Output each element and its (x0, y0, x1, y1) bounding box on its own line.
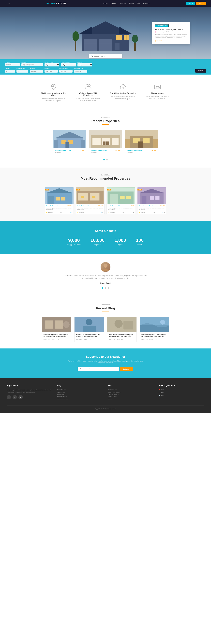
signup-button[interactable]: Sign Up (196, 2, 206, 5)
footer-sell-link-3[interactable]: Guides & Rules (108, 396, 154, 398)
blog-image-0 (42, 317, 71, 332)
rec-image-1: Sale (76, 187, 104, 204)
max-price-filter: Max Price (44, 68, 58, 72)
hero-section: VIEW DETAILS ▶ 3015 GRAND AVENUE, COCOWA… (0, 6, 211, 59)
dot-2[interactable] (106, 159, 108, 160)
property-card-1[interactable]: Sale North Parkmore Street $20,000 (89, 130, 122, 155)
property-type-0: Apartment (55, 152, 84, 153)
testimonial-dot-1[interactable] (102, 287, 103, 288)
nav-home[interactable]: Home (103, 2, 108, 4)
svg-point-83 (104, 264, 108, 268)
rec-desc-3: Far far away, behind the word mountains,… (139, 207, 165, 210)
svg-point-24 (132, 35, 138, 43)
newsletter-email-input[interactable] (78, 367, 119, 371)
property-type-select[interactable]: Type House Apartment Villa (44, 63, 59, 66)
nav-blog[interactable]: Blog (137, 2, 140, 4)
twitter-icon[interactable]: t (7, 2, 7, 4)
svg-rect-51 (103, 142, 106, 145)
property-status-select[interactable]: Type For Sale For Rent (61, 63, 76, 66)
nav-about[interactable]: About (129, 2, 134, 4)
rec-image-3: Sale (138, 187, 166, 204)
max-price-input[interactable] (44, 70, 58, 72)
footer-buy-link-2[interactable]: New Listing (57, 394, 103, 395)
testimonial-dot-2[interactable] (105, 287, 106, 288)
footer-sell-link-0[interactable]: Get Your Home (108, 389, 154, 390)
min-price-label: Min Price (30, 68, 43, 69)
svg-rect-65 (61, 197, 66, 200)
brand-logo[interactable]: ROYALESTATE (46, 2, 66, 5)
rec-price-1: $20,000 (98, 205, 103, 207)
rec-info-0: North Parkmore Street $20,000 Far far aw… (45, 204, 74, 214)
min-area-input[interactable] (59, 70, 72, 72)
nav-agents[interactable]: Agents (120, 2, 126, 4)
facebook-icon[interactable]: f (5, 2, 6, 4)
property-title-1: North Parkmore Street (91, 150, 107, 152)
footer-sell-link-2[interactable]: Local Home Prices (108, 394, 154, 395)
testimonial-dot-3[interactable] (108, 287, 109, 288)
footer-sell-link-4[interactable]: Others (108, 398, 154, 400)
svg-point-28 (88, 84, 90, 86)
property-title-2: North Parkmore Street (127, 150, 142, 152)
rec-card-0[interactable]: Sale North Parkmore Street $20,000 Far f… (45, 187, 74, 214)
max-area-input[interactable] (74, 70, 87, 72)
view-details-button[interactable]: VIEW DETAILS ▶ (155, 24, 169, 28)
blog-author-1: Admin (84, 339, 87, 340)
copyright-text: Copyright ©2021 All rights reserved | (95, 408, 116, 410)
footer-instagram-icon[interactable]: in (18, 395, 23, 400)
brand-part1: ROYAL (46, 2, 56, 5)
svg-rect-63 (48, 196, 54, 204)
agents-select[interactable]: Any (78, 63, 92, 66)
footer-sell-link-1[interactable]: Get A Home Valuation (108, 391, 154, 393)
blog-info-3: Even the all-powerful Pointing has no co… (140, 332, 169, 342)
blog-card-0[interactable]: Even the all-powerful Pointing has no co… (42, 317, 72, 342)
min-baths-input[interactable] (16, 70, 28, 72)
footer-buy-link-1[interactable]: Open Houses (57, 391, 103, 393)
footer-twitter-icon[interactable]: t (6, 395, 11, 400)
recent-section-header: Recent Posts Recent Properties (5, 117, 206, 125)
recommended-section: Special Offers Most Recommended Properti… (0, 168, 211, 221)
rec-card-2[interactable]: Sale North Parkmore Street $800 Far far … (106, 187, 135, 214)
rec-card-3[interactable]: Sale North Parkmore Street $20,000 Far f… (137, 187, 166, 214)
subscribe-button[interactable]: Subscribe (120, 367, 133, 371)
feature-desc-2: A small river named Duden flows by their… (110, 96, 136, 100)
nav-property[interactable]: Property (110, 2, 117, 4)
keyword-input[interactable] (5, 63, 20, 66)
footer-buy-link-0[interactable]: Home For Sale (57, 389, 103, 390)
rec-badge-1: Sale (76, 189, 80, 190)
location-input[interactable] (22, 63, 43, 66)
phone-contact-icon: 📞 (159, 392, 160, 393)
rec-desc-0: Far far away, behind the word mountains,… (46, 207, 72, 210)
nav-contact[interactable]: Contact (143, 2, 150, 4)
property-card-0[interactable]: Sale North Parkmore Street $2,000 (53, 130, 86, 155)
blog-card-3[interactable]: Even the all-powerful Pointing has no co… (140, 317, 169, 342)
blog-info-0: Even the all-powerful Pointing has no co… (42, 332, 71, 342)
footer-facebook-icon[interactable]: f (12, 395, 17, 400)
search-input[interactable] (94, 55, 120, 57)
blog-comments-2: 💬 3 (121, 339, 124, 340)
property-price-2: $20,000 (151, 150, 156, 152)
testimonial-pagination (5, 287, 206, 289)
svg-rect-58 (125, 139, 130, 148)
property-card-2[interactable]: Sale North Parkmore Street $20,000 Apart… (125, 130, 158, 155)
rec-card-1[interactable]: Sale North Parkmore Street $20,000 Far f… (76, 187, 104, 214)
footer-buy-link-3[interactable]: Recently Reduce (57, 396, 103, 398)
login-button[interactable]: Sign In (186, 2, 195, 5)
feature-title-1: We Have Agents With Experience (75, 92, 102, 96)
dot-1[interactable] (103, 159, 105, 160)
feature-title-2: Buy & Rent Modern Properties (110, 92, 136, 94)
min-price-input[interactable] (30, 70, 43, 72)
max-price-label: Max Price (44, 68, 58, 69)
search-icon: 🔍 (91, 55, 93, 57)
footer-buy-link-4[interactable]: Off-Market Homes (57, 398, 103, 400)
blog-card-2[interactable]: Even the all-powerful Pointing has no co… (107, 317, 137, 342)
svg-rect-57 (138, 142, 143, 148)
rec-desc-2: Far far away, behind the word mountains,… (108, 207, 134, 210)
blog-post-title-2: Even the all-powerful Pointing has no co… (109, 334, 135, 338)
min-beds-input[interactable] (5, 70, 15, 72)
rec-title-2: North Parkmore Street (108, 205, 122, 207)
search-button[interactable]: Search (195, 69, 206, 72)
blog-card-1[interactable]: Even the all-powerful Pointing has no co… (74, 317, 104, 342)
rec-beds-1: 🛏 3 (91, 212, 93, 213)
recent-title: Recent Properties (5, 119, 206, 123)
instagram-icon[interactable]: in (8, 2, 10, 4)
